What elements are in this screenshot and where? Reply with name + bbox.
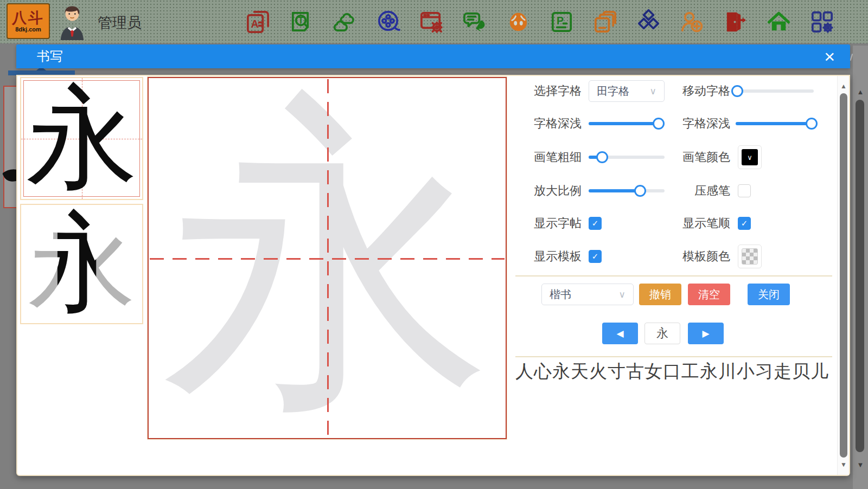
character-list[interactable]: 人心永天火寸古女口工永川小习走贝儿 bbox=[515, 359, 819, 384]
pressure-pen-label: 压感笔 bbox=[675, 179, 730, 203]
web-settings-icon[interactable] bbox=[419, 9, 444, 35]
brush-color-label: 画笔颜色 bbox=[675, 145, 730, 169]
zoom-ratio-label: 放大比例 bbox=[534, 179, 582, 203]
prev-char-button[interactable]: ◀ bbox=[602, 323, 638, 344]
text-search-icon[interactable]: T bbox=[289, 9, 314, 35]
settings-row-2: 字格深浅 字格深浅 bbox=[512, 112, 838, 136]
modal-close-icon[interactable]: × bbox=[824, 44, 835, 68]
user-name-label: 管理员 bbox=[98, 13, 142, 33]
logout-door-icon[interactable] bbox=[723, 9, 748, 35]
avatar-illustration bbox=[55, 4, 89, 40]
slider-thumb[interactable] bbox=[596, 151, 608, 163]
background-grid-fragment bbox=[3, 86, 18, 208]
settings-row-4: 放大比例 压感笔 bbox=[512, 179, 838, 203]
slider-thumb[interactable] bbox=[731, 85, 743, 97]
stroke-order-preview-box: 永 永 bbox=[20, 204, 143, 324]
media-reel-icon[interactable] bbox=[375, 9, 401, 35]
writing-canvas[interactable]: 永 bbox=[148, 77, 507, 439]
modal-scrollbar[interactable]: ▲ ▼ bbox=[837, 76, 849, 475]
slider-thumb[interactable] bbox=[634, 185, 646, 197]
slider-fill bbox=[589, 189, 640, 192]
show-copybook-label: 显示字帖 bbox=[534, 211, 582, 235]
modal-scrollbar-thumb[interactable] bbox=[840, 93, 847, 458]
kid-face-icon[interactable] bbox=[506, 9, 531, 35]
settings-row-3: 画笔粗细 画笔颜色 ∨ bbox=[512, 145, 838, 169]
copybook-character: 永 bbox=[21, 78, 142, 199]
logo-domain-text: 8dkj.com bbox=[15, 26, 41, 33]
grid-type-value: 田字格 bbox=[597, 84, 629, 99]
slider-fill bbox=[736, 122, 812, 125]
show-stroke-order-checkbox[interactable]: ✓ bbox=[738, 217, 751, 230]
next-arrow-icon: ▶ bbox=[702, 328, 709, 339]
template-color-swatch bbox=[742, 248, 758, 265]
zoom-ratio-slider[interactable] bbox=[589, 185, 665, 196]
svg-text:P: P bbox=[557, 15, 564, 27]
show-copybook-checkbox[interactable]: ✓ bbox=[589, 217, 602, 230]
modal-scroll-down-icon[interactable]: ▼ bbox=[838, 461, 850, 468]
close-button[interactable]: 关闭 bbox=[748, 284, 790, 305]
chevron-down-icon: ∨ bbox=[747, 153, 752, 162]
chevron-down-icon: ∨ bbox=[619, 289, 626, 300]
page-scrollbar-thumb[interactable] bbox=[856, 100, 864, 452]
app-logo[interactable]: 八斗 8dkj.com bbox=[7, 3, 50, 39]
apps-settings-icon[interactable] bbox=[809, 9, 835, 35]
brush-size-slider[interactable] bbox=[589, 152, 665, 163]
chat-icon[interactable] bbox=[462, 9, 488, 35]
chevron-down-icon: ∨ bbox=[650, 86, 656, 97]
modal-body: 永 永 永 永 选择字格 田字格 ∨ 移动字格 字格深浅 bbox=[16, 75, 850, 476]
copybook-preview-box: 永 bbox=[20, 77, 143, 200]
grid-depth-left-slider[interactable] bbox=[589, 118, 665, 129]
slides-icon[interactable]: P bbox=[549, 9, 575, 35]
prev-arrow-icon: ◀ bbox=[616, 328, 623, 339]
canvas-center-vline bbox=[327, 79, 329, 437]
undo-button[interactable]: 撤销 bbox=[639, 284, 681, 305]
modal-scroll-up-icon[interactable]: ▲ bbox=[838, 82, 850, 90]
cloud-sync-icon[interactable] bbox=[332, 9, 358, 35]
modal-titlebar: 书写 × bbox=[16, 44, 850, 68]
app-header: 八斗 8dkj.com 管理员 ATP bbox=[0, 0, 868, 43]
next-char-button[interactable]: ▶ bbox=[688, 323, 724, 344]
panel-divider-top bbox=[515, 275, 832, 276]
brush-color-swatch: ∨ bbox=[742, 149, 758, 165]
show-template-label: 显示模板 bbox=[534, 244, 582, 268]
template-color-label: 模板颜色 bbox=[675, 244, 730, 268]
grid-type-select[interactable]: 田字格 ∨ bbox=[589, 80, 665, 102]
blocks-icon[interactable] bbox=[636, 9, 661, 35]
script-style-select[interactable]: 楷书 ∨ bbox=[541, 284, 634, 305]
template-color-picker[interactable] bbox=[738, 244, 762, 268]
header-icon-bar: ATP bbox=[245, 0, 835, 43]
svg-text:A: A bbox=[251, 18, 259, 30]
slider-fill bbox=[589, 122, 659, 125]
settings-row-1: 选择字格 田字格 ∨ 移动字格 bbox=[512, 79, 838, 103]
grid-depth-left-label: 字格深浅 bbox=[534, 112, 582, 136]
settings-panel: 选择字格 田字格 ∨ 移动字格 字格深浅 字格深浅 bbox=[512, 76, 838, 477]
char-nav-row: ◀ 永 ▶ bbox=[512, 321, 838, 345]
add-user-icon[interactable] bbox=[679, 9, 705, 35]
page-scroll-down-icon[interactable]: ▼ bbox=[853, 461, 868, 469]
brush-color-picker[interactable]: ∨ bbox=[738, 145, 762, 169]
show-template-checkbox[interactable]: ✓ bbox=[589, 250, 602, 263]
settings-row-6: 显示模板 ✓ 模板颜色 bbox=[512, 244, 838, 268]
move-grid-label: 移动字格 bbox=[675, 79, 730, 103]
grid-depth-right-slider[interactable] bbox=[736, 118, 814, 129]
current-char-box: 永 bbox=[644, 323, 680, 344]
move-grid-slider[interactable] bbox=[736, 86, 814, 96]
translate-doc-icon[interactable]: A bbox=[245, 9, 271, 35]
clear-button[interactable]: 清空 bbox=[688, 284, 730, 305]
script-style-value: 楷书 bbox=[550, 287, 571, 302]
modal-title: 书写 bbox=[37, 48, 63, 65]
page-scroll-up-icon[interactable]: ▲ bbox=[853, 88, 868, 96]
copy-pages-icon[interactable] bbox=[592, 9, 618, 35]
panel-divider-bottom bbox=[515, 356, 832, 357]
actions-row: 楷书 ∨ 撤销 清空 关闭 bbox=[512, 282, 838, 306]
slider-thumb[interactable] bbox=[806, 118, 818, 130]
brush-size-label: 画笔粗细 bbox=[534, 145, 582, 169]
pressure-pen-checkbox[interactable] bbox=[738, 184, 751, 197]
svg-text:T: T bbox=[298, 16, 304, 25]
slider-thumb[interactable] bbox=[653, 118, 665, 130]
page-scrollbar[interactable]: ▲ ▼ bbox=[853, 46, 868, 489]
settings-row-5: 显示字帖 ✓ 显示笔顺 ✓ bbox=[512, 211, 838, 235]
home-icon[interactable] bbox=[766, 9, 792, 35]
slider-track[interactable] bbox=[736, 89, 814, 93]
user-avatar[interactable] bbox=[55, 4, 89, 40]
